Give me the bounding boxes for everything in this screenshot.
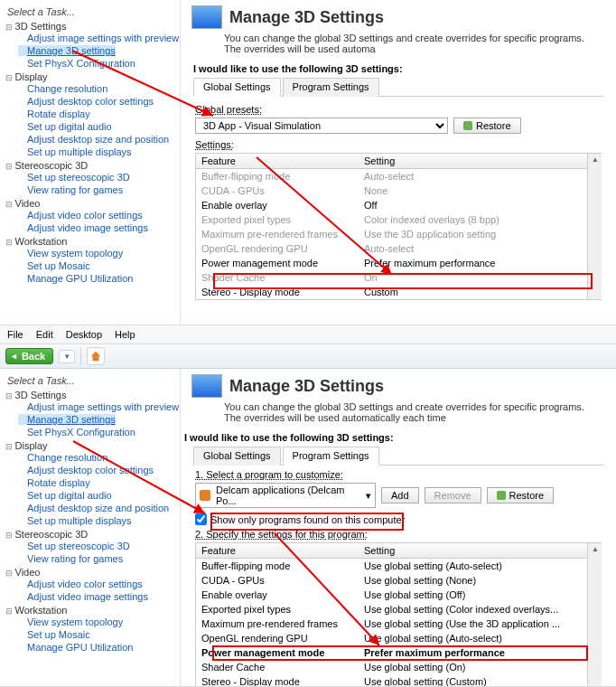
tree-node[interactable]: Display xyxy=(5,71,48,82)
tree-link[interactable]: Adjust image settings with preview xyxy=(18,33,179,43)
task-tree[interactable]: 3D SettingsAdjust image settings with pr… xyxy=(0,389,180,654)
tree-link[interactable]: Set up digital audio xyxy=(18,121,112,132)
tree-link[interactable]: Adjust desktop size and position xyxy=(18,134,169,145)
menu-help[interactable]: Help xyxy=(115,329,135,340)
tree-link[interactable]: Manage GPU Utilization xyxy=(18,273,133,284)
menu-file[interactable]: File xyxy=(7,329,23,340)
tree-link[interactable]: Adjust video color settings xyxy=(18,210,143,221)
back-button[interactable]: Back xyxy=(5,348,53,364)
nvidia-logo-icon xyxy=(191,5,222,29)
tree-link[interactable]: Set up Mosaic xyxy=(18,260,90,271)
scrollbar[interactable] xyxy=(587,543,602,686)
tree-node[interactable]: 3D Settings xyxy=(5,390,66,400)
col-setting: Setting xyxy=(359,154,587,168)
tree-node[interactable]: Stereoscopic 3D xyxy=(5,529,88,540)
tree-link[interactable]: Manage 3D settings xyxy=(18,45,116,56)
page-description: You can change the global 3D settings an… xyxy=(181,401,616,423)
tree-link[interactable]: Set up Mosaic xyxy=(18,629,90,640)
tab-global-settings[interactable]: Global Settings xyxy=(193,447,281,466)
tab-program-settings[interactable]: Program Settings xyxy=(283,78,379,97)
tree-node[interactable]: Display xyxy=(5,440,48,451)
toolbar: Back ▼ xyxy=(0,344,616,369)
settings-row[interactable]: Shader CacheOn xyxy=(196,270,587,285)
tree-link[interactable]: View system topology xyxy=(18,248,123,259)
tree-node[interactable]: Video xyxy=(5,567,40,578)
global-preset-select[interactable]: 3D App - Visual Simulation xyxy=(195,118,448,134)
settings-row[interactable]: Maximum pre-rendered framesUse the 3D ap… xyxy=(196,227,587,241)
tree-link[interactable]: Rotate display xyxy=(18,477,90,488)
task-tree-pane: Select a Task... 3D SettingsAdjust image… xyxy=(0,0,181,325)
tree-link[interactable]: Set up multiple displays xyxy=(18,515,132,526)
global-presets-label: Global presets: xyxy=(195,104,602,115)
tree-link[interactable]: Set up multiple displays xyxy=(18,146,132,157)
tree-link[interactable]: Change resolution xyxy=(18,452,107,463)
program-select[interactable]: Delcam applications (Delcam Po... ▾ xyxy=(195,483,376,508)
col-setting: Setting xyxy=(359,543,587,558)
home-button[interactable] xyxy=(87,347,105,365)
settings-row[interactable]: Stereo - Display modeUse global setting … xyxy=(196,674,587,686)
program-settings-table[interactable]: Feature Setting Buffer-flipping modeUse … xyxy=(196,543,587,686)
col-feature: Feature xyxy=(196,154,359,168)
tree-link[interactable]: View system topology xyxy=(18,616,123,627)
settings-row[interactable]: Power management modePrefer maximum perf… xyxy=(196,645,587,660)
show-only-checkbox[interactable]: Show only programs found on this compute… xyxy=(195,513,602,525)
menu-desktop[interactable]: Desktop xyxy=(66,329,102,340)
global-settings-table[interactable]: Feature Setting Buffer-flipping modeAuto… xyxy=(196,154,587,299)
tree-title: Select a Task... xyxy=(0,4,180,20)
settings-row[interactable]: Power management modePrefer maximum perf… xyxy=(196,256,587,270)
page-description: You can change the global 3D settings an… xyxy=(181,33,616,54)
tree-link[interactable]: Adjust image settings with preview xyxy=(18,401,179,412)
tree-link[interactable]: Set PhysX Configuration xyxy=(18,427,135,438)
tab-program-settings[interactable]: Program Settings xyxy=(283,447,379,466)
back-history-dropdown[interactable]: ▼ xyxy=(59,350,75,363)
add-button[interactable]: Add xyxy=(381,487,419,503)
tree-link[interactable]: Rotate display xyxy=(18,108,90,119)
task-tree[interactable]: 3D SettingsAdjust image settings with pr… xyxy=(0,20,180,286)
settings-row[interactable]: CUDA - GPUsUse global setting (None) xyxy=(196,573,587,588)
tree-link[interactable]: Set PhysX Configuration xyxy=(18,58,135,69)
tree-link[interactable]: Adjust video image settings xyxy=(18,591,148,602)
tree-link[interactable]: View rating for games xyxy=(18,553,123,564)
menu-edit[interactable]: Edit xyxy=(36,329,53,340)
settings-row[interactable]: CUDA - GPUsNone xyxy=(196,184,587,198)
settings-row[interactable]: Buffer-flipping modeAuto-select xyxy=(196,169,587,184)
tree-link[interactable]: Adjust video color settings xyxy=(18,579,143,589)
tree-link[interactable]: Adjust desktop color settings xyxy=(18,465,154,475)
settings-row[interactable]: Shader CacheUse global setting (On) xyxy=(196,660,587,674)
tree-link[interactable]: Set up digital audio xyxy=(18,490,112,501)
show-only-checkbox-input[interactable] xyxy=(195,513,207,525)
scrollbar[interactable] xyxy=(587,154,602,299)
settings-row[interactable]: Exported pixel typesColor indexed overla… xyxy=(196,212,587,227)
tree-link[interactable]: Adjust desktop size and position xyxy=(18,503,169,513)
settings-row[interactable]: Stereo - Display modeCustom xyxy=(196,285,587,299)
tree-node[interactable]: Video xyxy=(5,198,40,209)
settings-subhead: I would like to use the following 3D set… xyxy=(181,60,616,78)
tree-link[interactable]: Set up stereoscopic 3D xyxy=(18,541,130,551)
tree-link[interactable]: Adjust video image settings xyxy=(18,222,148,233)
tree-link[interactable]: Change resolution xyxy=(18,83,107,94)
settings-row[interactable]: Maximum pre-rendered framesUse global se… xyxy=(196,616,587,631)
tree-link[interactable]: Adjust desktop color settings xyxy=(18,96,154,107)
page-title: Manage 3D Settings xyxy=(229,377,384,396)
select-program-label: 1. Select a program to customize: xyxy=(195,469,602,480)
toolbar-divider xyxy=(80,347,81,365)
tab-global-settings[interactable]: Global Settings xyxy=(193,78,281,97)
settings-row[interactable]: OpenGL rendering GPUAuto-select xyxy=(196,241,587,256)
tree-link[interactable]: Manage 3D settings xyxy=(18,414,116,425)
tree-node[interactable]: Stereoscopic 3D xyxy=(5,160,88,171)
tree-link[interactable]: View rating for games xyxy=(18,184,123,195)
tree-node[interactable]: 3D Settings xyxy=(5,21,66,32)
tree-node[interactable]: Workstation xyxy=(5,236,67,247)
settings-row[interactable]: Buffer-flipping modeUse global setting (… xyxy=(196,559,587,573)
settings-row[interactable]: OpenGL rendering GPUUse global setting (… xyxy=(196,631,587,645)
restore-button[interactable]: Restore xyxy=(453,118,521,134)
tree-node[interactable]: Workstation xyxy=(5,605,67,616)
tree-title: Select a Task... xyxy=(0,372,180,389)
task-tree-pane: Select a Task... 3D SettingsAdjust image… xyxy=(0,369,181,686)
settings-row[interactable]: Enable overlayUse global setting (Off) xyxy=(196,588,587,602)
tree-link[interactable]: Manage GPU Utilization xyxy=(18,642,133,653)
restore-button[interactable]: Restore xyxy=(487,487,555,503)
settings-row[interactable]: Enable overlayOff xyxy=(196,198,587,212)
settings-row[interactable]: Exported pixel typesUse global setting (… xyxy=(196,602,587,616)
tree-link[interactable]: Set up stereoscopic 3D xyxy=(18,172,130,183)
